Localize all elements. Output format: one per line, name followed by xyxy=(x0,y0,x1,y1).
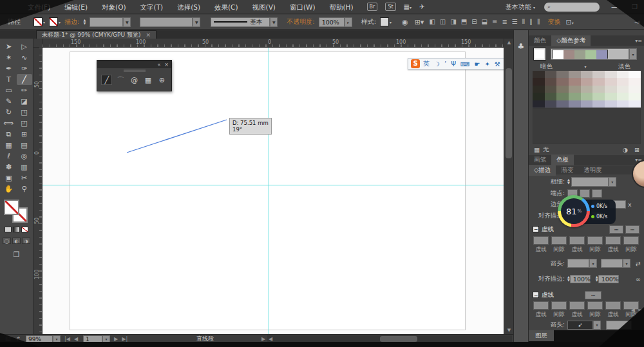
arrowhead-start-dropdown[interactable]: ▾ xyxy=(589,259,597,268)
paintbrush-tool[interactable]: ✏ xyxy=(17,85,32,96)
ime-toolbar[interactable]: S 英☽’Ψ⌨☛✦⚒ xyxy=(408,58,504,70)
gradient-tool[interactable]: ▤ xyxy=(17,140,32,151)
ime-night-mode-icon[interactable]: ☽ xyxy=(434,61,440,68)
dash-field[interactable] xyxy=(605,301,621,310)
collapse-panel-icon[interactable]: « xyxy=(157,62,160,68)
color-variation-cell[interactable] xyxy=(617,78,629,85)
hand-tool[interactable]: ✋ xyxy=(1,183,17,194)
tab-color-guide[interactable]: ◇颜色参考 xyxy=(551,35,591,46)
color-variation-cell[interactable] xyxy=(569,86,581,93)
tab-swatches[interactable]: 色板 xyxy=(551,155,574,165)
base-color-swatch[interactable] xyxy=(534,48,545,60)
color-variation-cell[interactable] xyxy=(592,100,605,108)
drawing-mode-button[interactable]: ◯ xyxy=(3,238,11,244)
vertical-scrollbar[interactable]: ▲ ▼ xyxy=(504,39,513,334)
color-variation-cell[interactable] xyxy=(605,78,617,85)
color-variation-cell[interactable] xyxy=(629,71,641,78)
color-variation-cell[interactable] xyxy=(533,93,545,100)
horizontal-ruler[interactable]: 15010050050100150 xyxy=(43,39,504,48)
share-icon[interactable]: ✈ xyxy=(419,3,424,10)
line-segment-tool[interactable]: ╱ xyxy=(101,75,112,85)
rect-grid-tool[interactable]: ▦ xyxy=(142,75,153,85)
color-variation-cell[interactable] xyxy=(617,93,629,100)
link-scales-icon[interactable]: ∞ xyxy=(636,276,641,283)
transform-panel-link[interactable]: 变换 xyxy=(548,17,561,26)
ime-soft-keyboard-icon[interactable]: ⌨ xyxy=(460,61,469,68)
color-variation-cell[interactable] xyxy=(592,86,605,93)
color-variation-cell[interactable] xyxy=(617,71,629,78)
distribute-middle-icon[interactable]: ≣ xyxy=(502,18,507,26)
prev-artboard-button[interactable]: ◀ xyxy=(74,336,78,342)
shape-builder-tool[interactable]: ⧉ xyxy=(1,129,17,140)
slice-tool[interactable]: ✂ xyxy=(17,173,32,183)
arrowhead-start-field[interactable]: ➶ xyxy=(567,321,593,330)
opacity-dropdown[interactable]: ▸ xyxy=(345,17,352,27)
zoom-dropdown[interactable]: ▾ xyxy=(53,335,61,342)
scroll-down-icon[interactable]: ▼ xyxy=(504,328,514,333)
drawing-mode-button[interactable]: ◐ xyxy=(12,238,21,244)
color-variation-cell[interactable] xyxy=(545,71,557,78)
align-bottom-icon[interactable]: ⬓ xyxy=(482,18,488,26)
color-variation-cell[interactable] xyxy=(605,93,617,100)
align-right-icon[interactable]: ◨ xyxy=(450,18,456,26)
menu-item[interactable]: 帮助(H) xyxy=(323,0,361,14)
stroke-weight-stepper[interactable]: ▲ ▼ xyxy=(83,19,86,25)
vertical-scroll-thumb[interactable] xyxy=(506,68,512,158)
color-variation-cell[interactable] xyxy=(617,86,629,93)
color-variation-cell[interactable] xyxy=(545,100,557,108)
rotate-tool[interactable]: ↻ xyxy=(1,107,17,118)
limit-colors-icon[interactable]: ◑ xyxy=(623,146,628,153)
color-variation-cell[interactable] xyxy=(629,78,641,85)
color-variation-cell[interactable] xyxy=(533,78,545,85)
weight-stepper[interactable]: ▲ ▼ xyxy=(567,178,570,185)
spiral-tool[interactable]: @ xyxy=(129,75,140,85)
distribute-left-icon[interactable]: ⫴ xyxy=(522,18,525,26)
color-mode-button[interactable] xyxy=(5,227,12,232)
weight-field[interactable] xyxy=(571,177,609,187)
color-variation-cell[interactable] xyxy=(581,78,593,85)
restore-button[interactable]: ❐ xyxy=(629,3,640,10)
horizontal-guide[interactable] xyxy=(43,185,504,185)
dash-field[interactable] xyxy=(533,301,549,310)
ime-punctuation-icon[interactable]: ’ xyxy=(444,61,446,68)
color-variation-cell[interactable] xyxy=(569,78,581,85)
stroke-weight-label[interactable]: 描边: xyxy=(64,17,79,26)
arrowhead-end-dropdown[interactable]: ▾ xyxy=(623,259,630,268)
export-icon[interactable]: ↱ xyxy=(16,335,21,342)
dash-field[interactable] xyxy=(569,236,585,245)
color-variation-cell[interactable] xyxy=(605,71,617,78)
document-tab[interactable]: 未标题-1* @ 99% (CMYK/GPU 预览) × xyxy=(36,30,156,39)
gap-field[interactable] xyxy=(551,236,567,245)
variation-menu-icon[interactable]: ▾ xyxy=(584,64,586,69)
dash-field[interactable] xyxy=(533,236,549,245)
dash-preserve-button[interactable]: ┅ xyxy=(585,291,601,299)
fill-swatch[interactable]: ▾ xyxy=(33,17,45,26)
arrowhead-start-field[interactable] xyxy=(567,259,589,268)
stock-icon[interactable]: St xyxy=(385,3,395,11)
symbol-sprayer-tool[interactable]: ✽ xyxy=(1,162,17,173)
color-variation-cell[interactable] xyxy=(556,71,569,78)
color-variation-cell[interactable] xyxy=(533,100,545,108)
docked-panel-icon[interactable]: ♣ xyxy=(514,42,528,51)
none-mode-button[interactable] xyxy=(21,227,28,232)
color-variation-cell[interactable] xyxy=(629,86,641,93)
sogou-logo-icon[interactable]: S xyxy=(411,59,420,68)
width-profile-field[interactable] xyxy=(140,17,193,27)
close-document-icon[interactable]: × xyxy=(146,32,151,38)
line-tools-floating-panel[interactable]: « × ╱⌒@▦⊕ xyxy=(97,60,172,91)
color-variation-cell[interactable] xyxy=(569,71,581,78)
artboard-tool[interactable]: ▣ xyxy=(1,173,17,183)
align-menu-icon[interactable]: ⊡▾ xyxy=(565,18,575,26)
panel-side-menu-icon[interactable]: ≡ xyxy=(638,307,642,313)
menu-item[interactable]: 文件(F) xyxy=(21,0,57,14)
stroke-weight-field[interactable] xyxy=(90,17,123,27)
last-artboard-button[interactable]: ▶| xyxy=(122,336,128,342)
color-variation-cell[interactable] xyxy=(556,78,569,85)
color-variation-cell[interactable] xyxy=(581,100,593,108)
color-variation-cell[interactable] xyxy=(617,100,629,108)
align-top-icon[interactable]: ⬒ xyxy=(461,18,467,26)
tab-color[interactable]: 颜色 xyxy=(529,35,551,46)
color-variation-cell[interactable] xyxy=(545,78,557,85)
arrange-documents-icon[interactable]: ▦▾ xyxy=(404,3,412,10)
distribute-right-icon[interactable]: ⫼ xyxy=(537,18,540,26)
